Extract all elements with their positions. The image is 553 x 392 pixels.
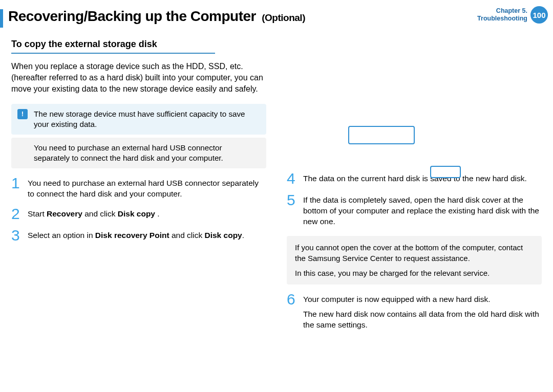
service-note-line2: In this case, you may be charged for the… xyxy=(295,268,534,278)
step-text: The data on the current hard disk is sav… xyxy=(303,172,527,184)
step-2: 2 Start Recovery and click Disk copy . xyxy=(11,207,266,221)
step-text: Select an option in Disk recovery Point … xyxy=(28,229,244,241)
chapter-line2: Troubleshooting xyxy=(477,15,527,23)
diagram-shape-small xyxy=(430,166,461,178)
page-title-bar: Recovering/Backing up the Computer (Opti… xyxy=(0,0,553,28)
right-column: 4 The data on the current hard disk is s… xyxy=(287,39,542,330)
step-6: 6 Your computer is now equipped with a n… xyxy=(287,293,542,330)
step-text: Your computer is now equipped with a new… xyxy=(303,293,542,330)
disk-copy-diagram xyxy=(287,39,542,172)
note-important: ! The new storage device must have suffi… xyxy=(11,104,266,135)
diagram-shape-large xyxy=(348,126,415,144)
intro-paragraph: When you replace a storage device such a… xyxy=(11,61,266,95)
step-5: 5 If the data is completely saved, open … xyxy=(287,193,542,227)
note-sub: You need to purchase an external hard US… xyxy=(11,138,266,168)
step-number: 6 xyxy=(287,293,303,306)
left-column: To copy the external storage disk When y… xyxy=(11,39,266,330)
service-note: If you cannot open the cover at the bott… xyxy=(287,236,542,285)
service-note-line1: If you cannot open the cover at the bott… xyxy=(295,242,534,264)
info-icon: ! xyxy=(17,109,28,119)
step-number: 5 xyxy=(287,193,303,207)
section-subheading: To copy the external storage disk xyxy=(11,39,215,54)
page-title: Recovering/Backing up the Computer (Opti… xyxy=(3,8,305,25)
step-number: 4 xyxy=(287,172,303,185)
step-number: 3 xyxy=(11,229,28,242)
step-number: 1 xyxy=(11,177,28,190)
title-suffix: (Optional) xyxy=(262,12,305,23)
step-4: 4 The data on the current hard disk is s… xyxy=(287,172,542,185)
note-sub-text: You need to purchase an external hard US… xyxy=(34,143,223,162)
step-number: 2 xyxy=(11,207,28,221)
step-text: You need to purchase an external hard US… xyxy=(28,177,266,199)
chapter-line1: Chapter 5. xyxy=(477,7,527,15)
step-text: Start Recovery and click Disk copy . xyxy=(28,207,160,219)
note-important-text: The new storage device must have suffici… xyxy=(34,110,245,128)
step-text: If the data is completely saved, open th… xyxy=(303,193,542,227)
step-3: 3 Select an option in Disk recovery Poin… xyxy=(11,229,266,242)
title-main: Recovering/Backing up the Computer xyxy=(8,8,256,24)
page-number-badge: 100 xyxy=(530,6,548,24)
step-1: 1 You need to purchase an external hard … xyxy=(11,177,266,199)
chapter-text: Chapter 5. Troubleshooting xyxy=(477,7,527,23)
chapter-indicator: Chapter 5. Troubleshooting 100 xyxy=(477,6,548,24)
